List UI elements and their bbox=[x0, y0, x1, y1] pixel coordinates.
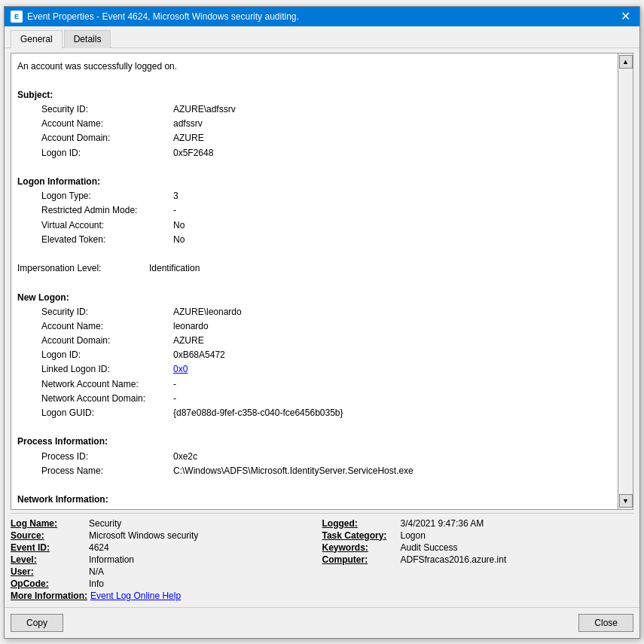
field-logon-type: Logon Type:3 bbox=[17, 189, 612, 203]
field-network-account-name: Network Account Name:- bbox=[17, 377, 612, 392]
subject-header: Subject: bbox=[17, 88, 612, 102]
copy-button[interactable]: Copy bbox=[11, 614, 63, 632]
level-label: Level: bbox=[11, 554, 86, 565]
meta-row-4: Level: Information Computer: ADFSfracas2… bbox=[11, 554, 633, 565]
meta-level: Level: Information bbox=[11, 554, 322, 565]
meta-opcode: OpCode: Info bbox=[11, 578, 322, 589]
meta-task-category: Task Category: Logon bbox=[322, 530, 634, 541]
more-info-label: More Information: bbox=[11, 591, 87, 601]
field-linked-logon-id: Linked Logon ID:0x0 bbox=[17, 362, 612, 377]
meta-user: User: N/A bbox=[11, 566, 322, 577]
field-process-name: Process Name:C:\Windows\ADFS\Microsoft.I… bbox=[17, 464, 612, 478]
tab-details[interactable]: Details bbox=[64, 30, 111, 48]
scroll-container: An account was successfully logged on. S… bbox=[11, 53, 633, 510]
computer-label: Computer: bbox=[322, 554, 398, 565]
event-text-area[interactable]: An account was successfully logged on. S… bbox=[11, 53, 618, 509]
meta-computer: Computer: ADFSfracas2016.azure.int bbox=[322, 554, 634, 565]
more-info-link[interactable]: Event Log Online Help bbox=[90, 591, 181, 601]
meta-log-name: Log Name: Security bbox=[11, 518, 322, 529]
close-button[interactable]: Close bbox=[578, 614, 633, 632]
scroll-down-button[interactable]: ▼ bbox=[619, 494, 633, 508]
meta-row-2: Source: Microsoft Windows security Task … bbox=[11, 530, 633, 541]
computer-value: ADFSfracas2016.azure.int bbox=[401, 554, 507, 565]
field-account-domain-new: Account Domain:AZURE bbox=[17, 334, 612, 348]
field-virtual-account: Virtual Account:No bbox=[17, 218, 612, 233]
bottom-bar: Copy Close bbox=[5, 607, 639, 638]
level-value: Information bbox=[89, 554, 134, 565]
meta-source: Source: Microsoft Windows security bbox=[11, 530, 322, 541]
field-logon-id-subject: Logon ID:0x5F2648 bbox=[17, 146, 612, 160]
logged-label: Logged: bbox=[322, 518, 398, 529]
scroll-up-button[interactable]: ▲ bbox=[619, 55, 633, 69]
title-bar: E Event Properties - Event 4624, Microso… bbox=[5, 7, 639, 26]
log-name-value: Security bbox=[89, 518, 121, 529]
source-value: Microsoft Windows security bbox=[89, 530, 198, 541]
field-account-domain-subject: Account Domain:AZURE bbox=[17, 131, 612, 145]
field-workstation-name: Workstation Name:ADFSFRACAS2016 bbox=[17, 507, 612, 508]
close-window-button[interactable]: ✕ bbox=[618, 11, 633, 23]
metadata-section: Log Name: Security Logged: 3/4/2021 9:47… bbox=[11, 513, 633, 603]
meta-more-info: More Information: Event Log Online Help bbox=[11, 591, 322, 601]
field-security-id-new: Security ID:AZURE\leonardo bbox=[17, 305, 612, 319]
logged-value: 3/4/2021 9:47:36 AM bbox=[401, 518, 484, 529]
meta-row-7: More Information: Event Log Online Help bbox=[11, 591, 633, 601]
user-value: N/A bbox=[89, 566, 104, 577]
meta-event-id: Event ID: 4624 bbox=[11, 542, 322, 553]
logon-info-header: Logon Information: bbox=[17, 175, 612, 189]
intro-line: An account was successfully logged on. bbox=[17, 60, 612, 74]
tab-general[interactable]: General bbox=[11, 30, 63, 48]
window-title: Event Properties - Event 4624, Microsoft… bbox=[27, 11, 299, 22]
source-label: Source: bbox=[11, 530, 86, 541]
field-security-id-subject: Security ID:AZURE\adfssrv bbox=[17, 102, 612, 117]
tab-bar: General Details bbox=[5, 26, 639, 48]
log-name-label: Log Name: bbox=[11, 518, 86, 529]
meta-row-1: Log Name: Security Logged: 3/4/2021 9:47… bbox=[11, 518, 633, 529]
task-category-value: Logon bbox=[401, 530, 426, 541]
content-area: An account was successfully logged on. S… bbox=[5, 48, 639, 607]
meta-row-6: OpCode: Info bbox=[11, 578, 633, 589]
field-impersonation-level: Impersonation Level:Identification bbox=[17, 261, 612, 276]
opcode-value: Info bbox=[89, 578, 104, 589]
user-label: User: bbox=[11, 566, 86, 577]
meta-row-3: Event ID: 4624 Keywords: Audit Success bbox=[11, 542, 633, 553]
task-category-label: Task Category: bbox=[322, 530, 398, 541]
field-account-name-subject: Account Name:adfssrv bbox=[17, 117, 612, 131]
meta-row-5: User: N/A bbox=[11, 566, 633, 577]
keywords-label: Keywords: bbox=[322, 542, 398, 553]
scroll-arrows: ▲ ▼ bbox=[618, 53, 633, 509]
keywords-value: Audit Success bbox=[401, 542, 458, 553]
window-icon: E bbox=[11, 11, 23, 23]
field-process-id: Process ID:0xe2c bbox=[17, 450, 612, 464]
new-logon-header: New Logon: bbox=[17, 291, 612, 305]
meta-keywords: Keywords: Audit Success bbox=[322, 542, 634, 553]
field-network-account-domain: Network Account Domain:- bbox=[17, 392, 612, 406]
field-logon-guid: Logon GUID:{d87e088d-9fef-c358-c040-fce6… bbox=[17, 406, 612, 420]
title-bar-left: E Event Properties - Event 4624, Microso… bbox=[11, 11, 299, 23]
meta-logged: Logged: 3/4/2021 9:47:36 AM bbox=[322, 518, 634, 529]
event-properties-window: E Event Properties - Event 4624, Microso… bbox=[4, 6, 640, 639]
field-logon-id-new: Logon ID:0xB68A5472 bbox=[17, 348, 612, 362]
field-account-name-new: Account Name:leonardo bbox=[17, 319, 612, 334]
field-elevated-token: Elevated Token:No bbox=[17, 233, 612, 247]
network-info-header: Network Information: bbox=[17, 493, 612, 507]
event-id-label: Event ID: bbox=[11, 542, 86, 553]
event-id-value: 4624 bbox=[89, 542, 109, 553]
field-restricted-admin: Restricted Admin Mode:- bbox=[17, 203, 612, 218]
opcode-label: OpCode: bbox=[11, 578, 86, 589]
process-info-header: Process Information: bbox=[17, 435, 612, 449]
